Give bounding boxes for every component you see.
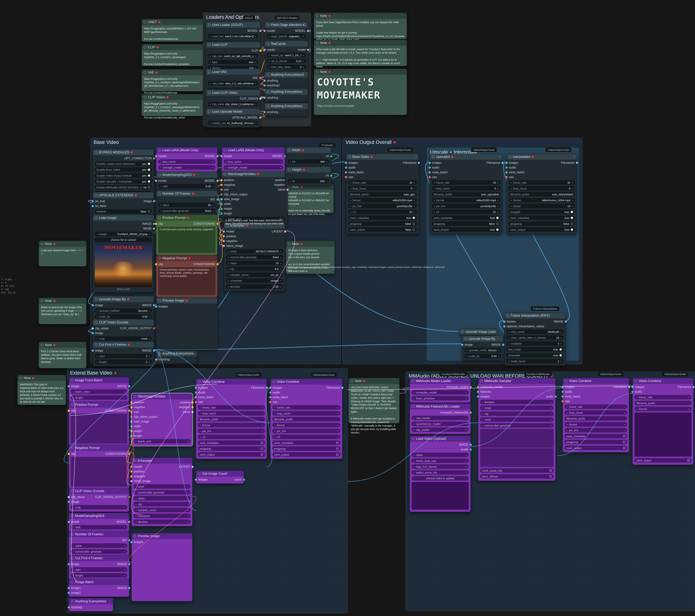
- input-slot[interactable]: [155, 155, 157, 157]
- collapse-dot-icon[interactable]: [267, 42, 269, 45]
- increment-arrow-icon[interactable]: ▸: [303, 66, 304, 68]
- output-slot[interactable]: [216, 263, 219, 265]
- control after generate-widget[interactable]: ◂control after generate▸: [134, 490, 190, 494]
- scale_by-widget[interactable]: ◂scale_by0.50▸: [464, 354, 501, 358]
- scheduler-widget[interactable]: ◂scheduler▸: [134, 514, 190, 518]
- input-slot[interactable]: [264, 84, 266, 87]
- base_precision-widget[interactable]: ◂base_precision▸: [412, 396, 469, 401]
- input-slot[interactable]: [223, 240, 225, 242]
- steps-widget[interactable]: ◂steps25▸: [226, 261, 283, 265]
- input-slot[interactable]: [223, 235, 225, 237]
- increment-arrow-icon[interactable]: ▸: [124, 390, 125, 393]
- decrement-arrow-icon[interactable]: ◂: [73, 526, 74, 529]
- filename_prefix-widget[interactable]: filename_prefix: [272, 417, 340, 421]
- ext-model-sampling[interactable]: ModelSamplingSD3modelMODEL◂shift▸: [69, 513, 129, 532]
- loop_count-widget[interactable]: ◂loop_count▸: [198, 411, 265, 416]
- save_metadata-widget[interactable]: save_metadata: [565, 434, 627, 438]
- input-slot[interactable]: [631, 386, 633, 388]
- input-slot[interactable]: [477, 395, 479, 398]
- node-header[interactable]: Video Combine: [196, 379, 267, 385]
- decrement-arrow-icon[interactable]: ◂: [73, 574, 74, 577]
- toggle-icon[interactable]: [261, 442, 263, 444]
- collapse-dot-icon[interactable]: [158, 352, 161, 355]
- start-widget[interactable]: ◂start▸: [71, 567, 127, 572]
- input-slot[interactable]: [561, 386, 564, 388]
- output-slot[interactable]: [576, 162, 578, 164]
- clear_cache_after_n_frames-widget[interactable]: ◂clear_cache_after_n_frames10▸: [506, 335, 564, 340]
- increment-arrow-icon[interactable]: ▸: [280, 160, 281, 163]
- pingpong-widget[interactable]: pingpongfalse: [348, 222, 417, 226]
- input-slot[interactable]: [345, 171, 347, 174]
- control after generate-widget[interactable]: ◂control after generatefixed▸: [158, 209, 216, 213]
- decrement-arrow-icon[interactable]: ◂: [566, 405, 568, 408]
- decrement-arrow-icon[interactable]: ◂: [209, 35, 211, 38]
- collapse-dot-icon[interactable]: [267, 23, 269, 26]
- increment-arrow-icon[interactable]: ▸: [213, 160, 214, 163]
- increment-arrow-icon[interactable]: ▸: [187, 509, 189, 511]
- increment-arrow-icon[interactable]: ▸: [262, 412, 263, 415]
- increment-arrow-icon[interactable]: ▸: [561, 360, 562, 363]
- megabit-widget[interactable]: megabittrue: [509, 210, 575, 214]
- node-header[interactable]: Positive Prompt: [69, 402, 129, 408]
- upscale-extended-switch[interactable]: UPSCALE EXTENDEDon_trueimageon_falsebool…: [93, 192, 154, 216]
- increment-arrow-icon[interactable]: ▸: [149, 309, 150, 312]
- decrement-arrow-icon[interactable]: ◂: [209, 82, 211, 85]
- collapse-dot-icon[interactable]: [634, 380, 637, 383]
- ckpt_name-widget[interactable]: ◂ckpt_namerife49.pth▸: [506, 330, 564, 334]
- increment-arrow-icon[interactable]: ▸: [498, 355, 499, 357]
- output-slot[interactable]: [284, 230, 286, 233]
- input-slot[interactable]: [428, 166, 431, 169]
- increment-arrow-icon[interactable]: ▸: [124, 526, 125, 529]
- increment-arrow-icon[interactable]: ▸: [497, 181, 498, 184]
- filename_prefix-widget[interactable]: filename_prefixwan_upscaled: [432, 192, 501, 196]
- vhs-interpolated[interactable]: Interpolated?imagesFilenamesaudiometa_ba…: [507, 154, 577, 234]
- save_output-widget[interactable]: save_outputtrue: [509, 227, 575, 232]
- sage_attention-widget[interactable]: ◂sage_attentionsageattn_...▸: [267, 34, 306, 38]
- increment-arrow-icon[interactable]: ▸: [465, 417, 467, 419]
- increment-arrow-icon[interactable]: ▸: [124, 506, 125, 509]
- save_metadata-widget[interactable]: save_metadata: [272, 440, 340, 445]
- increment-arrow-icon[interactable]: ▸: [624, 429, 625, 432]
- pingpong-widget[interactable]: pingpong: [565, 440, 627, 444]
- output-slot[interactable]: [128, 587, 130, 589]
- decrement-arrow-icon[interactable]: ◂: [350, 187, 351, 190]
- output-slot[interactable]: [153, 228, 155, 230]
- increment-arrow-icon[interactable]: ▸: [465, 397, 467, 400]
- increment-arrow-icon[interactable]: ▸: [280, 262, 281, 264]
- output-slot[interactable]: [191, 466, 193, 468]
- input-slot[interactable]: [220, 179, 223, 181]
- node-header[interactable]: Height: [286, 167, 331, 173]
- increment-arrow-icon[interactable]: ▸: [465, 428, 467, 431]
- load-upscale-model[interactable]: Load Upscale ModelUPSCALE_MODEL◂model_na…: [206, 108, 260, 127]
- increment-arrow-icon[interactable]: ▸: [414, 211, 415, 213]
- seed-widget[interactable]: ◂seed467567173004575▸: [226, 249, 283, 253]
- increment-arrow-icon[interactable]: ▸: [572, 205, 573, 208]
- force_offload-widget[interactable]: force_offload: [480, 474, 554, 478]
- node-header[interactable]: Negative Prompt: [156, 255, 217, 261]
- denoise-widget[interactable]: ◂denoise▸: [134, 520, 190, 524]
- pingpong-widget[interactable]: pingpong: [272, 446, 340, 451]
- save_output-widget[interactable]: save_outputtrue: [432, 227, 501, 232]
- output-slot[interactable]: [470, 386, 472, 388]
- vhs-upscaled[interactable]: Upscaled?imagesFilenamesaudiometa_batchv…: [430, 154, 503, 234]
- increment-arrow-icon[interactable]: ▸: [550, 412, 552, 415]
- increment-arrow-icon[interactable]: ▸: [262, 424, 263, 426]
- format-widget[interactable]: ◂formatvideo/nvenc_h264-mp4▸: [509, 198, 575, 202]
- input-slot[interactable]: [220, 208, 223, 210]
- pingpong-widget[interactable]: pingpongfalse: [509, 222, 575, 226]
- increment-arrow-icon[interactable]: ▸: [497, 187, 498, 190]
- sampler_name-widget[interactable]: ◂sampler_name▸: [134, 508, 190, 512]
- toggle-icon[interactable]: [623, 447, 625, 449]
- format-widget[interactable]: ◂format▸: [565, 422, 627, 426]
- decrement-arrow-icon[interactable]: ◂: [274, 406, 275, 409]
- clip_model-widget[interactable]: ◂clip_model▸: [412, 427, 469, 432]
- toggle-icon[interactable]: [412, 217, 415, 219]
- collapse-dot-icon[interactable]: [224, 173, 226, 176]
- control after generate-widget[interactable]: ◂control after generate▸: [71, 549, 127, 554]
- save_output-widget[interactable]: save_output: [565, 446, 627, 450]
- pix_fmt-widget[interactable]: ◂pix_fmt▸: [198, 429, 265, 433]
- collapse-dot-icon[interactable]: [71, 600, 73, 603]
- type-widget[interactable]: ◂typewan▸: [208, 60, 258, 64]
- increment-arrow-icon[interactable]: ▸: [572, 187, 573, 190]
- image-widget[interactable]: ◂imageComfyUI_00045_(1).png▸: [95, 232, 152, 236]
